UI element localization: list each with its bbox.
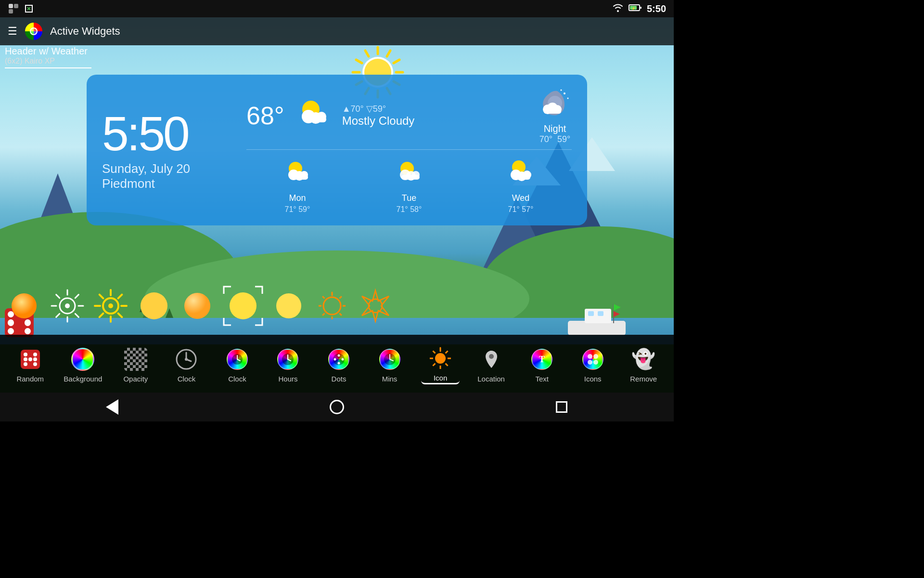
mins-icon <box>377 347 402 372</box>
svg-point-98 <box>24 357 27 361</box>
night-section: Night 70° 59° <box>538 86 572 144</box>
svg-line-1 <box>387 51 390 56</box>
sun-variant-6-selected[interactable] <box>221 284 265 328</box>
sun-variant-2[interactable] <box>48 287 87 325</box>
recents-icon <box>556 401 567 413</box>
svg-line-119 <box>446 351 448 353</box>
svg-point-103 <box>185 358 188 361</box>
svg-line-125 <box>433 351 436 353</box>
sun-variant-7[interactable] <box>270 287 308 325</box>
sun-variant-3[interactable] <box>91 287 130 325</box>
wifi-icon <box>612 3 624 14</box>
svg-point-36 <box>561 90 562 91</box>
svg-point-95 <box>33 362 37 366</box>
svg-rect-21 <box>9 4 13 8</box>
svg-line-89 <box>322 296 324 298</box>
toolbar-text[interactable]: T Text <box>523 344 561 384</box>
forecast-wed-icon <box>505 157 537 191</box>
toolbar-icons[interactable]: Icons <box>574 344 612 384</box>
nav-home-button[interactable] <box>322 396 351 418</box>
svg-point-78 <box>184 293 210 319</box>
hamburger-menu[interactable]: ☰ <box>8 25 17 38</box>
app-logo <box>25 23 42 40</box>
svg-point-93 <box>24 353 27 356</box>
widget-left: 5:50 Sunday, July 20 Piedmont <box>102 86 237 214</box>
toolbar-mins[interactable]: Mins <box>371 344 409 384</box>
status-right: ⚡ 5:50 <box>612 3 666 14</box>
color-wheel-icon <box>70 347 95 372</box>
svg-line-121 <box>446 364 448 366</box>
svg-marker-90 <box>362 290 389 321</box>
toolbar-location[interactable]: Location <box>472 344 511 384</box>
svg-line-62 <box>56 314 59 317</box>
sun-variant-9[interactable] <box>356 287 395 325</box>
svg-rect-40 <box>544 109 561 114</box>
night-label: Night <box>544 123 566 134</box>
weather-current: 68° ▲70° ▽59° Mostly Cloudy <box>246 86 572 150</box>
hi-lo: ▲70° ▽59° <box>342 104 415 114</box>
svg-line-83 <box>339 296 341 298</box>
icon-selection-row <box>0 277 674 335</box>
back-icon <box>106 399 118 415</box>
sun-variant-4[interactable] <box>135 287 173 325</box>
svg-text:⚡: ⚡ <box>631 6 636 11</box>
app-icon-2 <box>23 3 35 14</box>
dots-icon <box>326 347 351 372</box>
status-left <box>8 3 35 14</box>
svg-point-114 <box>334 358 336 360</box>
svg-point-127 <box>489 354 494 359</box>
forecast-mon-label: Mon <box>289 193 306 203</box>
svg-text:T: T <box>539 355 545 364</box>
weather-widget[interactable]: 5:50 Sunday, July 20 Piedmont 68° ▲70° ▽… <box>87 75 587 225</box>
toolbar-remove-label: Remove <box>630 375 657 383</box>
weather-forecast: Mon 71° 59° Tue 71° <box>246 157 572 214</box>
toolbar-hours-label: Hours <box>278 375 297 383</box>
toolbar-clock2[interactable]: Clock <box>218 344 257 384</box>
forecast-mon-temps: 71° 59° <box>285 205 310 214</box>
toolbar-icon[interactable]: Icon <box>421 343 460 384</box>
sun-variant-5[interactable] <box>178 287 217 325</box>
widget-date: Sunday, July 20 <box>102 161 237 176</box>
toolbar-dots[interactable]: Dots <box>320 344 358 384</box>
svg-point-76 <box>108 303 113 308</box>
nav-recents-button[interactable] <box>547 396 576 418</box>
clock-icon <box>174 347 199 372</box>
toolbar-random-label: Random <box>16 375 44 383</box>
hours-icon <box>275 347 300 372</box>
text-icon: T <box>529 347 554 372</box>
widget-divider <box>5 67 91 68</box>
app-header: ☰ Active Widgets <box>0 17 674 45</box>
svg-line-2 <box>394 60 399 63</box>
icons-icon <box>580 347 605 372</box>
nav-back-button[interactable] <box>98 396 127 418</box>
toolbar-clock1[interactable]: Clock <box>167 344 205 384</box>
svg-point-112 <box>342 358 344 360</box>
toolbar-random[interactable]: Random <box>11 344 50 384</box>
widget-info: Header w/ Weather (6x2) Kairo XP <box>5 46 91 68</box>
svg-point-99 <box>33 357 37 361</box>
svg-rect-50 <box>401 175 420 180</box>
sun-variant-8[interactable] <box>313 287 351 325</box>
svg-line-68 <box>118 294 122 298</box>
toolbar-remove[interactable]: 👻 Remove <box>624 344 663 384</box>
widget-subtitle: (6x2) Kairo XP <box>5 57 91 66</box>
sun-variant-1[interactable] <box>5 287 43 325</box>
forecast-wed-label: Wed <box>512 193 530 203</box>
toolbar-hours[interactable]: Hours <box>269 344 307 384</box>
svg-point-81 <box>323 297 341 315</box>
svg-rect-55 <box>512 175 530 180</box>
forecast-tue: Tue 71° 58° <box>394 157 425 214</box>
toolbar-icon-label: Icon <box>434 374 447 382</box>
svg-point-35 <box>567 98 569 99</box>
toolbar-dots-label: Dots <box>332 375 346 383</box>
toolbar-opacity[interactable]: Opacity <box>116 344 155 384</box>
svg-line-87 <box>322 313 324 315</box>
battery-icon: ⚡ <box>629 3 642 14</box>
svg-point-126 <box>435 353 446 364</box>
svg-rect-25 <box>640 7 642 9</box>
toolbar-background[interactable]: Background <box>62 344 104 384</box>
svg-point-130 <box>593 354 598 359</box>
svg-rect-23 <box>9 9 13 13</box>
current-description: ▲70° ▽59° Mostly Cloudy <box>342 104 415 128</box>
toolbar-opacity-label: Opacity <box>123 375 148 383</box>
